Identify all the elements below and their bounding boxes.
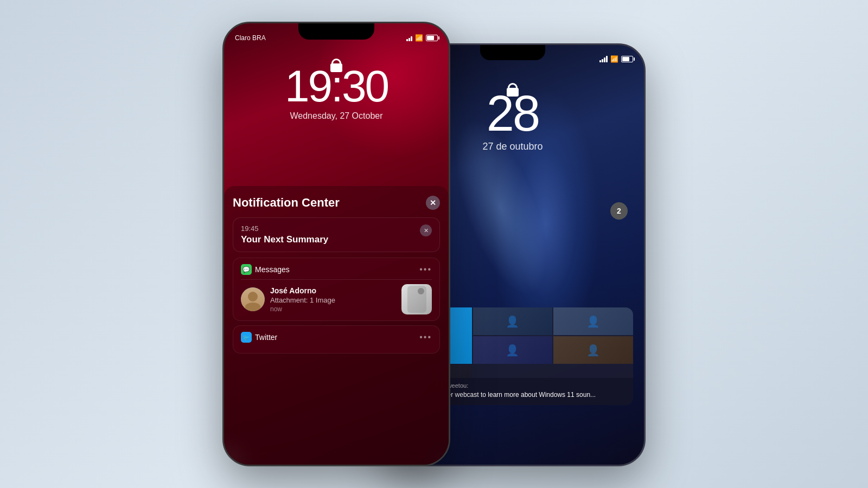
messages-notification[interactable]: 💬 Messages ••• José Adorno Att	[233, 258, 440, 321]
message-sender: José Adorno	[270, 286, 396, 295]
summary-title: Your Next Summary	[241, 234, 328, 245]
notification-badge: 2	[610, 202, 628, 220]
messages-notification-header: 💬 Messages •••	[241, 264, 432, 275]
twitter-img-2: 👤	[473, 307, 553, 335]
front-notch	[298, 23, 374, 40]
battery-icon	[621, 56, 633, 62]
person-silhouette-1: 👤	[473, 307, 553, 335]
messages-app-icon: 💬	[241, 264, 252, 275]
messages-label: Messages	[255, 265, 290, 274]
phone-front: Claro BRA 📶	[222, 22, 450, 466]
message-text: Attachment: 1 Image	[270, 296, 396, 304]
twitter-img-3: 👤	[553, 307, 633, 335]
phones-container: Claro BR 📶	[222, 22, 646, 466]
twitter-notification-header: 🐦 Twitter •••	[241, 332, 432, 343]
twitter-img-4: 👤	[473, 336, 553, 364]
phone-icon-shape	[407, 286, 426, 313]
summary-content: 19:45 Your Next Summary	[241, 224, 328, 245]
front-date: Wednesday, 27 October	[224, 111, 449, 121]
message-time: now	[270, 305, 396, 313]
summary-close-button[interactable]: ✕	[420, 224, 432, 236]
front-carrier: Claro BRA	[235, 34, 266, 42]
front-wifi-icon: 📶	[415, 34, 423, 42]
back-notch	[480, 45, 545, 60]
messages-icon-symbol: 💬	[242, 266, 250, 273]
notification-center-close-button[interactable]: ✕	[426, 196, 440, 210]
sender-avatar	[241, 287, 265, 311]
front-status-icons: 📶	[406, 34, 438, 42]
message-image-thumbnail	[401, 284, 432, 314]
camera-lens	[418, 288, 424, 294]
notification-center: Notification Center ✕ 19:45 Your Next Su…	[224, 186, 449, 465]
summary-time: 19:45	[241, 224, 328, 233]
twitter-img-5: 👤	[553, 336, 633, 364]
twitter-app-icon: 🐦	[241, 332, 252, 343]
person-silhouette-3: 👤	[473, 336, 553, 364]
twitter-notification-row[interactable]: 🐦 Twitter •••	[233, 325, 440, 354]
summary-card[interactable]: 19:45 Your Next Summary ✕	[233, 217, 440, 252]
person-silhouette-2: 👤	[553, 307, 633, 335]
messages-app-name: 💬 Messages	[241, 264, 290, 275]
messages-more-button[interactable]: •••	[419, 265, 432, 274]
twitter-label: Twitter	[255, 333, 277, 342]
notification-center-title: Notification Center	[233, 196, 340, 210]
twitter-more-button[interactable]: •••	[419, 332, 432, 342]
twitter-app-name-row: 🐦 Twitter	[241, 332, 277, 343]
front-screen: Claro BRA 📶	[224, 23, 449, 465]
front-signal-icon	[406, 35, 412, 41]
message-content: José Adorno Attachment: 1 Image now	[270, 286, 396, 313]
front-time-display: 19:30 Wednesday, 27 October	[224, 64, 449, 121]
wifi-icon: 📶	[610, 55, 618, 63]
person-silhouette-4: 👤	[553, 336, 633, 364]
signal-icon	[599, 56, 608, 62]
message-notification-content: José Adorno Attachment: 1 Image now	[241, 284, 432, 314]
front-time: 19:30	[224, 64, 449, 108]
avatar-face	[241, 287, 265, 311]
twitter-icon-symbol: 🐦	[243, 335, 250, 341]
front-battery-icon	[426, 35, 438, 41]
thumbnail-visual	[401, 284, 432, 314]
back-status-icons: 📶	[599, 55, 633, 63]
divider	[241, 279, 432, 280]
notification-center-header: Notification Center ✕	[233, 196, 440, 210]
